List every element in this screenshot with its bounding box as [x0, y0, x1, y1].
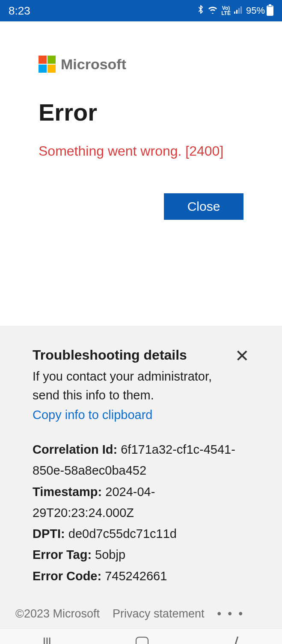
- dpti-value: de0d7c55dc71c11d: [68, 527, 177, 541]
- close-button[interactable]: Close: [164, 193, 243, 220]
- error-code-value: 745242661: [105, 569, 167, 583]
- detail-error-code: Error Code: 745242661: [33, 566, 249, 587]
- privacy-link[interactable]: Privacy statement: [113, 607, 205, 620]
- page-footer: ©2023 Microsoft Privacy statement • • •: [0, 600, 282, 628]
- troubleshooting-panel: Troubleshooting details ✕ If you contact…: [0, 326, 282, 600]
- error-card: Microsoft Error Something went wrong. [2…: [0, 21, 282, 326]
- error-code-label: Error Code:: [33, 569, 101, 583]
- svg-rect-0: [234, 12, 235, 14]
- home-button[interactable]: [136, 637, 148, 644]
- copyright-text: ©2023 Microsoft: [15, 607, 100, 620]
- brand-name: Microsoft: [61, 56, 126, 73]
- svg-rect-3: [240, 6, 242, 14]
- svg-rect-2: [238, 8, 240, 14]
- battery-percent: 95%: [246, 5, 265, 16]
- status-indicators: Vo) LTE 95%: [197, 4, 273, 17]
- recent-apps-button[interactable]: |||: [42, 635, 50, 644]
- battery-indicator: 95%: [246, 5, 273, 16]
- detail-correlation: Correlation Id: 6f171a32-cf1c-4541-850e-…: [33, 439, 249, 482]
- back-button[interactable]: ⟨: [234, 634, 240, 644]
- copy-to-clipboard-link[interactable]: Copy info to clipboard: [33, 408, 153, 422]
- microsoft-logo-icon: [39, 56, 56, 73]
- correlation-label: Correlation Id:: [33, 443, 117, 456]
- error-tag-label: Error Tag:: [33, 548, 92, 561]
- troubleshoot-title: Troubleshooting details: [33, 347, 187, 363]
- microsoft-brand: Microsoft: [39, 56, 243, 73]
- dpti-label: DPTI:: [33, 527, 65, 541]
- android-nav-bar: ||| ⟨: [0, 628, 282, 644]
- svg-rect-1: [236, 10, 237, 14]
- error-heading: Error: [39, 98, 243, 126]
- troubleshoot-subtitle: If you contact your administrator, send …: [33, 367, 238, 405]
- volte-icon: Vo) LTE: [221, 6, 231, 16]
- error-message: Something went wrong. [2400]: [39, 143, 243, 159]
- detail-error-tag: Error Tag: 5objp: [33, 544, 249, 565]
- troubleshoot-details: Correlation Id: 6f171a32-cf1c-4541-850e-…: [33, 439, 249, 587]
- detail-timestamp: Timestamp: 2024-04-29T20:23:24.000Z: [33, 482, 249, 524]
- timestamp-label: Timestamp:: [33, 485, 102, 499]
- detail-dpti: DPTI: de0d7c55dc71c11d: [33, 523, 249, 544]
- battery-icon: [267, 6, 273, 16]
- more-options-icon[interactable]: • • •: [217, 607, 244, 620]
- android-status-bar: 8:23 Vo) LTE 95%: [0, 0, 282, 21]
- status-time: 8:23: [9, 4, 30, 18]
- bluetooth-icon: [197, 4, 204, 17]
- signal-icon: [234, 6, 243, 16]
- close-icon[interactable]: ✕: [235, 347, 249, 364]
- error-tag-value: 5objp: [95, 548, 125, 561]
- wifi-icon: [208, 5, 218, 16]
